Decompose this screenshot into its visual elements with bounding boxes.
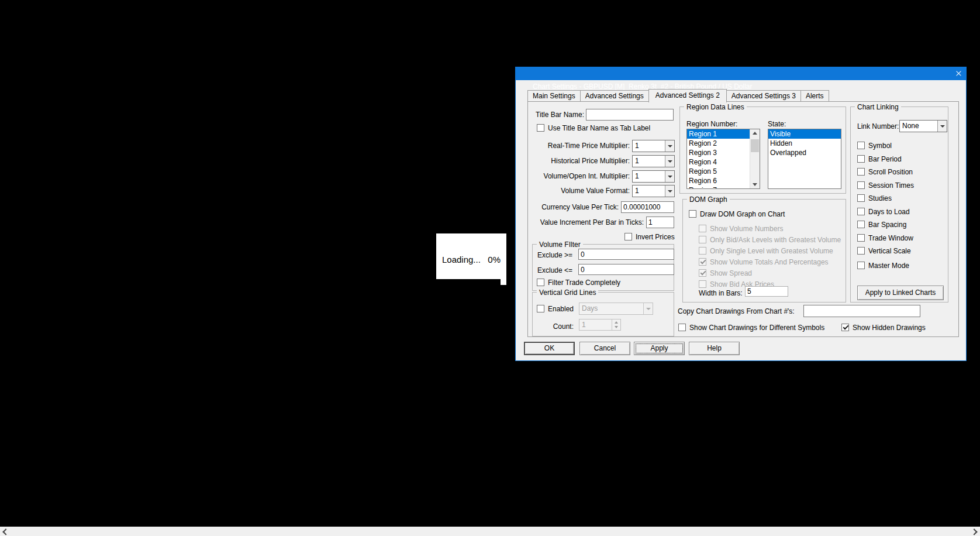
list-item-region-3[interactable]: Region 3 <box>687 148 750 157</box>
close-icon[interactable] <box>953 69 964 78</box>
checkbox-icon[interactable] <box>624 233 632 240</box>
tab-main-settings[interactable]: Main Settings <box>527 90 581 101</box>
horizontal-scrollbar[interactable] <box>0 527 980 536</box>
checkbox-icon[interactable] <box>857 168 865 176</box>
exclude-le-label: Exclude <= <box>537 266 572 274</box>
region-number-listbox[interactable]: Region 1Region 2Region 3Region 4Region 5… <box>686 129 760 189</box>
cancel-button[interactable]: Cancel <box>579 342 630 355</box>
scroll-right-icon[interactable] <box>972 529 977 534</box>
region-list-scrollbar[interactable] <box>750 129 760 188</box>
link-scroll-position-checkbox[interactable]: Scroll Position <box>857 168 913 176</box>
list-item-region-6[interactable]: Region 6 <box>687 176 750 185</box>
loading-overlay[interactable]: Loading... 0% GBPUSD.scid Click to cance… <box>436 233 506 285</box>
checkbox-icon[interactable] <box>841 324 849 331</box>
vertical-grid-lines-group-label: Vertical Grid Lines <box>537 288 598 297</box>
list-item-region-2[interactable]: Region 2 <box>687 139 750 148</box>
checkbox-icon[interactable] <box>857 142 865 149</box>
list-item-hidden[interactable]: Hidden <box>768 139 841 148</box>
invert-prices-checkbox[interactable]: Invert Prices <box>624 233 675 241</box>
list-item-region-1[interactable]: Region 1 <box>687 129 750 139</box>
link-master-mode-checkbox[interactable]: Master Mode <box>857 262 909 270</box>
title-bar-name-input[interactable] <box>586 109 674 121</box>
tab-advanced-settings-2[interactable]: Advanced Settings 2 <box>648 89 727 102</box>
list-item-region-7[interactable]: Region 7 <box>687 185 750 189</box>
show-chart-drawings-different-symbols-checkbox[interactable]: Show Chart Drawings for Different Symbol… <box>678 324 824 332</box>
vertical-grid-period-select[interactable]: Days <box>579 303 653 315</box>
checkbox-icon[interactable] <box>857 181 865 189</box>
spinner-down-icon[interactable] <box>612 325 620 330</box>
show-volume-numbers-checkbox: Show Volume Numbers <box>699 225 783 233</box>
checkbox-icon[interactable] <box>689 210 696 218</box>
value-increment-input[interactable] <box>646 217 674 228</box>
checkbox-icon <box>699 269 706 277</box>
checkbox-icon[interactable] <box>857 155 865 163</box>
region-number-label: Region Number: <box>686 120 737 128</box>
checkbox-icon[interactable] <box>857 208 865 215</box>
checkbox-icon[interactable] <box>857 247 865 255</box>
tab-advanced-settings[interactable]: Advanced Settings <box>580 90 649 101</box>
link-bar-period-checkbox[interactable]: Bar Period <box>857 155 902 163</box>
help-button[interactable]: Help <box>689 342 740 355</box>
chevron-down-icon[interactable] <box>665 185 674 197</box>
checkbox-icon[interactable] <box>678 324 686 331</box>
link-number-select[interactable]: None <box>899 120 947 132</box>
scroll-up-icon[interactable] <box>750 129 760 139</box>
list-item-visible[interactable]: Visible <box>768 129 841 139</box>
checkbox-icon[interactable] <box>537 279 544 286</box>
dialog-titlebar[interactable]: Chart Settings - GBPUSD [M] Renko 3t #2 … <box>516 67 966 80</box>
count-stepper[interactable]: 1 <box>579 319 621 331</box>
only-bid-ask-levels-with-greatest-volume-checkbox: Only Bid/Ask Levels with Greatest Volume <box>699 236 841 244</box>
region-data-lines-group-label: Region Data Lines <box>684 103 747 111</box>
volume-openint-multiplier-select[interactable]: 1 <box>632 170 675 183</box>
filter-trade-completely-checkbox[interactable]: Filter Trade Completely <box>537 279 620 287</box>
chart-settings-dialog: Chart Settings - GBPUSD [M] Renko 3t #2 … <box>515 67 967 361</box>
tab-advanced-settings-3[interactable]: Advanced Settings 3 <box>726 90 801 101</box>
apply-button[interactable]: Apply <box>634 342 685 355</box>
tab-alerts[interactable]: Alerts <box>800 90 829 101</box>
checkbox-icon[interactable] <box>537 124 544 132</box>
list-item-region-4[interactable]: Region 4 <box>687 157 750 167</box>
vertical-grid-enabled-checkbox[interactable]: Enabled <box>537 305 574 313</box>
ok-button[interactable]: OK <box>524 342 575 355</box>
chevron-down-icon[interactable] <box>643 303 653 314</box>
list-item-overlapped[interactable]: Overlapped <box>768 148 841 157</box>
exclude-ge-input[interactable] <box>578 249 674 260</box>
width-in-bars-input[interactable] <box>745 286 788 297</box>
use-title-bar-name-checkbox[interactable]: Use Title Bar Name as Tab Label <box>537 124 650 132</box>
chevron-down-icon[interactable] <box>665 140 674 152</box>
currency-value-per-tick-input[interactable] <box>621 201 674 213</box>
checkbox-icon[interactable] <box>857 221 865 228</box>
realtime-price-multiplier-select[interactable]: 1 <box>632 140 675 152</box>
scrollbar-thumb[interactable] <box>751 139 759 152</box>
checkbox-icon[interactable] <box>537 305 544 312</box>
list-item-region-5[interactable]: Region 5 <box>687 167 750 176</box>
show-volume-totals-and-percentages-checkbox: Show Volume Totals And Percentages <box>699 258 829 266</box>
link-vertical-scale-checkbox[interactable]: Vertical Scale <box>857 247 911 255</box>
checkbox-icon[interactable] <box>857 234 865 242</box>
spinner-up-icon[interactable] <box>612 319 620 325</box>
link-studies-checkbox[interactable]: Studies <box>857 194 892 202</box>
copy-chart-drawings-input[interactable] <box>803 305 920 317</box>
chevron-down-icon[interactable] <box>665 171 674 182</box>
scroll-left-icon[interactable] <box>3 529 8 534</box>
historical-price-multiplier-select[interactable]: 1 <box>632 155 675 167</box>
checkbox-icon[interactable] <box>857 262 865 269</box>
scroll-down-icon[interactable] <box>750 179 760 188</box>
link-days-to-load-checkbox[interactable]: Days to Load <box>857 208 910 216</box>
chevron-down-icon[interactable] <box>665 156 674 167</box>
link-trade-window-checkbox[interactable]: Trade Window <box>857 234 913 242</box>
draw-dom-graph-checkbox[interactable]: Draw DOM Graph on Chart <box>689 210 785 218</box>
link-symbol-checkbox[interactable]: Symbol <box>857 142 892 150</box>
apply-to-linked-charts-button[interactable]: Apply to Linked Charts <box>857 286 944 300</box>
state-listbox[interactable]: VisibleHiddenOverlapped <box>768 129 841 189</box>
loading-cancel-hint[interactable]: Click to cancel <box>436 312 506 326</box>
link-bar-spacing-checkbox[interactable]: Bar Spacing <box>857 221 906 229</box>
count-label: Count: <box>528 322 574 331</box>
volume-value-format-select[interactable]: 1 <box>632 185 675 197</box>
show-hidden-drawings-checkbox[interactable]: Show Hidden Drawings <box>841 324 926 332</box>
exclude-le-input[interactable] <box>578 264 674 275</box>
checkbox-icon[interactable] <box>857 194 865 202</box>
tab-strip: Main SettingsAdvanced SettingsAdvanced S… <box>527 88 829 102</box>
chevron-down-icon[interactable] <box>937 121 947 132</box>
link-session-times-checkbox[interactable]: Session Times <box>857 181 914 190</box>
